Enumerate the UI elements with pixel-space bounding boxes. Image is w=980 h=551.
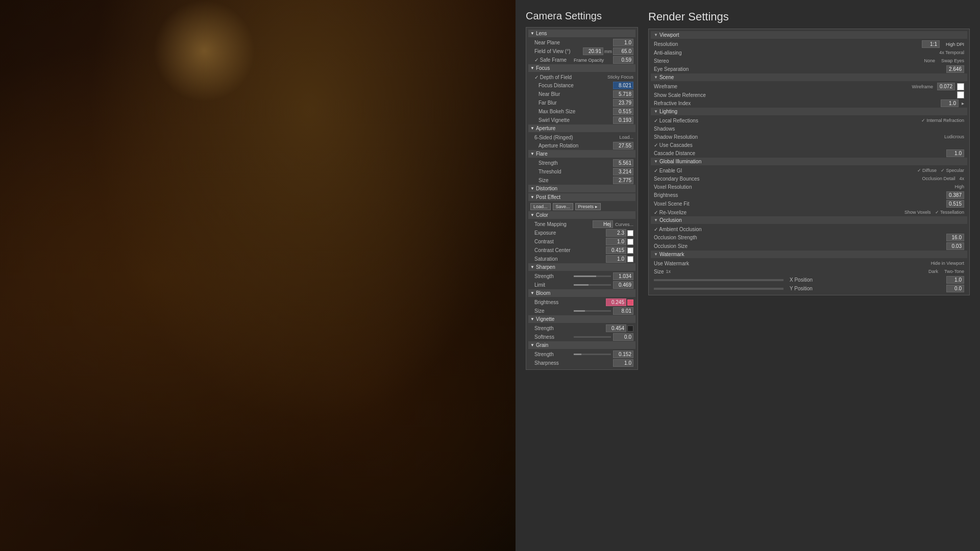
fov-mm-value[interactable]: 65.0 xyxy=(613,47,633,55)
refractive-value[interactable]: 1.0 xyxy=(941,99,959,107)
cascade-distance-value[interactable]: 1.0 xyxy=(946,149,964,157)
swap-eyes-label[interactable]: Swap Eyes xyxy=(941,58,964,63)
post-effect-section-header[interactable]: Post Effect xyxy=(528,193,635,201)
occlusion-strength-value[interactable]: 16.0 xyxy=(946,234,964,241)
internal-refraction-label[interactable]: ✓ Internal Refraction xyxy=(921,118,964,123)
sharpen-limit-slider[interactable] xyxy=(574,284,611,286)
saturation-swatch[interactable] xyxy=(627,256,633,262)
near-blur-value[interactable]: 5.718 xyxy=(613,90,633,98)
show-voxels-label[interactable]: Show Voxels xyxy=(904,210,931,215)
wireframe-num[interactable]: 0.072 xyxy=(937,83,955,90)
hide-in-viewport-label[interactable]: Hide in Viewport xyxy=(931,261,964,266)
tessellation-label[interactable]: ✓ Tessellation xyxy=(935,210,964,215)
eye-separation-value[interactable]: 2.646 xyxy=(946,65,964,73)
watermark-two-tone-label[interactable]: Two-Tone xyxy=(944,269,964,274)
focus-section-header[interactable]: Focus xyxy=(528,64,635,72)
diffuse-label[interactable]: ✓ Diffuse xyxy=(917,168,937,173)
bloom-section-header[interactable]: Bloom xyxy=(528,289,635,297)
contrast-center-swatch[interactable] xyxy=(627,247,633,254)
ambient-occlusion-label[interactable]: ✓ Ambient Occlusion xyxy=(654,227,702,232)
flare-section-header[interactable]: Flare xyxy=(528,150,635,158)
exposure-swatch[interactable] xyxy=(627,230,633,236)
bloom-size-slider[interactable] xyxy=(574,310,611,312)
use-watermark-label[interactable]: Use Watermark xyxy=(654,261,689,266)
vignette-softness-slider[interactable] xyxy=(574,336,611,338)
bloom-color-swatch[interactable] xyxy=(627,299,633,306)
show-scale-swatch[interactable] xyxy=(957,91,964,98)
render-lighting-section-header[interactable]: Lighting xyxy=(651,108,967,115)
contrast-value[interactable]: 1.0 xyxy=(606,238,626,245)
wireframe-swatch[interactable] xyxy=(957,83,964,90)
y-position-slider[interactable] xyxy=(654,288,783,290)
vignette-strength-value[interactable]: 0.454 xyxy=(606,324,626,332)
max-bokeh-value[interactable]: 0.515 xyxy=(613,108,633,115)
aperture-section-header[interactable]: Aperture xyxy=(528,124,635,132)
shadow-resolution-value[interactable]: Ludicrous xyxy=(944,134,964,139)
brightness-value[interactable]: 0.387 xyxy=(946,191,964,199)
enable-gi-label[interactable]: ✓ Enable GI xyxy=(654,168,682,173)
flare-size-value[interactable]: 2.775 xyxy=(613,177,633,184)
color-section-header[interactable]: Color xyxy=(528,211,635,219)
resolution-value[interactable]: 1:1 xyxy=(922,40,940,48)
grain-strength-slider[interactable] xyxy=(574,354,611,355)
curves-button[interactable]: Curves... xyxy=(615,222,633,227)
x-position-value[interactable]: 1.0 xyxy=(946,276,964,284)
render-scene-section-header[interactable]: Scene xyxy=(651,73,967,81)
swirl-vignette-value[interactable]: 0.193 xyxy=(613,116,633,124)
render-gi-section-header[interactable]: Global Illumination xyxy=(651,158,967,165)
render-watermark-section-header[interactable]: Watermark xyxy=(651,251,967,258)
re-voxelize-row: ✓ Re-Voxelize Show Voxels ✓ Tessellation xyxy=(651,208,967,216)
render-viewport-section-header[interactable]: Viewport xyxy=(651,31,967,39)
tone-mapping-value[interactable]: Hej xyxy=(593,220,613,228)
bloom-brightness-value[interactable]: 0.245 xyxy=(606,298,626,306)
voxel-resolution-value[interactable]: High xyxy=(954,184,964,189)
post-load-button[interactable]: Load... xyxy=(530,203,551,210)
focus-distance-value[interactable]: 8.021 xyxy=(613,82,633,89)
watermark-dark-label[interactable]: Dark xyxy=(928,269,938,274)
lens-section-header[interactable]: Lens xyxy=(528,30,635,37)
saturation-value[interactable]: 1.0 xyxy=(606,255,626,263)
grain-section-header[interactable]: Grain xyxy=(528,341,635,349)
post-presets-button[interactable]: Presets ▸ xyxy=(575,203,601,210)
fov-value[interactable]: 20.91 xyxy=(583,47,603,55)
vignette-section-header[interactable]: Vignette xyxy=(528,315,635,323)
bloom-size-label: Size xyxy=(534,308,572,314)
render-occlusion-section-header[interactable]: Occlusion xyxy=(651,216,967,224)
exposure-value[interactable]: 2.3 xyxy=(606,229,626,237)
specular-label[interactable]: ✓ Specular xyxy=(941,168,964,173)
wireframe-value[interactable]: Wireframe xyxy=(912,84,933,89)
flare-threshold-value[interactable]: 3.214 xyxy=(613,168,633,176)
aperture-load-label[interactable]: Load... xyxy=(619,135,633,140)
flare-strength-value[interactable]: 5.561 xyxy=(613,159,633,167)
sharpen-limit-value[interactable]: 0.469 xyxy=(613,281,633,289)
watermark-size-value[interactable]: 1x xyxy=(666,269,671,274)
bloom-size-value[interactable]: 8.01 xyxy=(613,307,633,315)
occlusion-size-value[interactable]: 0.03 xyxy=(946,242,964,250)
frame-opacity-label: Frame Opacity xyxy=(574,58,613,63)
sticky-focus-label[interactable]: Sticky Focus xyxy=(607,74,633,80)
occlusion-detail-value[interactable]: 4x xyxy=(959,176,964,181)
sharpen-strength-value[interactable]: 1.034 xyxy=(613,272,633,280)
x-position-slider[interactable] xyxy=(654,279,783,281)
sharpen-strength-slider[interactable] xyxy=(574,276,611,277)
sharpen-section-header[interactable]: Sharpen xyxy=(528,263,635,271)
aperture-rotation-value[interactable]: 27.55 xyxy=(613,142,633,149)
grain-sharpness-value[interactable]: 1.0 xyxy=(613,359,633,367)
high-dpi-label[interactable]: High DPI xyxy=(946,42,964,47)
far-blur-value[interactable]: 23.79 xyxy=(613,99,633,107)
frame-opacity-value[interactable]: 0.59 xyxy=(613,56,633,64)
re-voxelize-label[interactable]: ✓ Re-Voxelize xyxy=(654,210,687,215)
distortion-section-header[interactable]: Distortion xyxy=(528,185,635,192)
aperture-section: 6-Sided (Ringed) Load... Aperture Rotati… xyxy=(528,133,635,150)
stereo-value[interactable]: None xyxy=(924,58,935,63)
grain-strength-value[interactable]: 0.152 xyxy=(613,350,633,358)
voxel-scene-fit-value[interactable]: 0.515 xyxy=(946,200,964,208)
vignette-softness-value[interactable]: 0.0 xyxy=(613,333,633,341)
vignette-color-swatch[interactable] xyxy=(627,325,633,332)
contrast-swatch[interactable] xyxy=(627,239,633,245)
contrast-center-value[interactable]: 0.415 xyxy=(606,246,626,254)
near-plane-value[interactable]: 1.0 xyxy=(613,39,633,46)
anti-aliasing-dropdown[interactable]: 4x Temporal xyxy=(939,50,964,55)
post-save-button[interactable]: Save... xyxy=(553,203,573,210)
y-position-value[interactable]: 0.0 xyxy=(946,285,964,292)
